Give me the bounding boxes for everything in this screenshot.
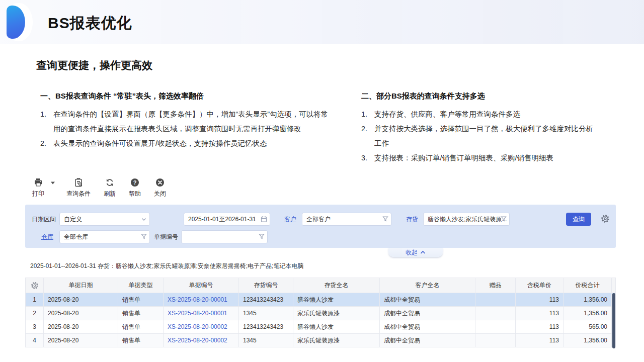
filter-funnel-icon [141, 233, 147, 240]
help-icon: ? [130, 177, 140, 188]
customer-filter-link[interactable]: 客户 [284, 213, 296, 226]
cell-num: 1 [26, 293, 44, 307]
cell-doc[interactable]: XS-2025-08-20-00001 [164, 293, 239, 307]
table-vertical-scrollbar[interactable] [612, 293, 615, 348]
cell-inv_name: 家乐氏罐装原漆 [293, 334, 380, 347]
cell-total: 1,356.00 [564, 307, 612, 320]
table-row[interactable]: 32025-08-20销售单XS-2025-08-20-000021234132… [26, 320, 616, 334]
cell-total: 1,356.00 [564, 334, 612, 347]
date-range-label: 日期区间 [32, 213, 56, 226]
cell-price: 113 [516, 293, 564, 307]
col-header-price[interactable]: 含税单价 [516, 278, 564, 293]
cell-type: 销售单 [118, 320, 164, 334]
refresh-icon [105, 177, 115, 188]
cell-doc[interactable]: XS-2025-08-20-00002 [164, 334, 239, 347]
list-item: 1. 在查询条件的【设置】界面（原【更多条件】）中，增加“表头显示”勾选项，可以… [40, 107, 330, 136]
table-row[interactable]: 42025-08-20销售单XS-2025-08-20-000021345家乐氏… [26, 334, 616, 347]
table-header-row: 单据日期 单据类型 单据编号 存货编号 存货全名 客户全名 赠品 含税单价 价税… [26, 278, 616, 293]
list-number: 2. [40, 136, 53, 151]
cell-date: 2025-08-20 [44, 293, 118, 307]
chevron-down-icon [141, 216, 147, 223]
close-icon [155, 177, 165, 188]
col-header-inv-name[interactable]: 存货全名 [293, 278, 380, 293]
cell-inv_no: 1345 [239, 334, 293, 347]
cell-inv_no: 123413243423 [239, 320, 293, 334]
close-button[interactable]: 关闭 [154, 177, 166, 198]
col-header-date[interactable]: 单据日期 [44, 278, 118, 293]
list-text: 在查询条件的【设置】界面（原【更多条件】）中，增加“表头显示”勾选项，可以将常用… [53, 107, 330, 136]
cell-date: 2025-08-20 [44, 320, 118, 334]
slide-page: BS报表优化 查询更便捷，操作更高效 一、BS报表查询条件 “常驻”表头，筛选效… [0, 0, 644, 362]
list-item: 2. 并支持按大类选择，选择范围一目了然，极大便利了多维度对比分析工作 [361, 122, 594, 151]
cell-cust: 成都中全贸易 [380, 320, 475, 334]
cell-total: 565.00 [564, 320, 612, 334]
list-number: 2. [361, 122, 374, 151]
inventory-filter-link[interactable]: 存货 [406, 213, 418, 226]
col-header-filler [612, 278, 616, 293]
cell-doc[interactable]: XS-2025-08-20-00001 [164, 307, 239, 320]
col-header-type[interactable]: 单据类型 [118, 278, 164, 293]
cell-gift [475, 320, 516, 334]
cell-date: 2025-08-20 [44, 334, 118, 347]
column-settings-gear-icon[interactable] [26, 278, 44, 293]
col-header-doc[interactable]: 单据编号 [164, 278, 239, 293]
calendar-icon [261, 216, 267, 223]
cell-gift [475, 293, 516, 307]
filter-settings-gear-icon[interactable] [601, 214, 610, 223]
cell-num: 3 [26, 320, 44, 334]
list-text: 支持报表：采购订单/销售订单明细表、采购/销售明细表 [374, 151, 594, 165]
date-range-input[interactable]: 2025-01-01至2026-01-31 [184, 213, 270, 226]
list-number: 1. [40, 107, 53, 136]
cell-price: 113 [516, 334, 564, 347]
customer-input[interactable]: 全部客户 [302, 213, 391, 226]
section-left: 一、BS报表查询条件 “常驻”表头，筛选效率翻倍 1. 在查询条件的【设置】界面… [40, 92, 330, 151]
col-header-total[interactable]: 价税合计 [564, 278, 612, 293]
report-app-screenshot: 打印 查询条件 刷新 ? 帮助 [25, 173, 616, 362]
list-number: 1. [361, 107, 374, 122]
col-header-gift[interactable]: 赠品 [475, 278, 516, 293]
list-item: 3. 支持报表：采购订单/销售订单明细表、采购/销售明细表 [361, 151, 594, 165]
report-toolbar: 打印 查询条件 刷新 ? 帮助 [25, 177, 179, 203]
cell-type: 销售单 [118, 334, 164, 347]
filter-funnel-icon [259, 233, 265, 240]
col-header-inv-no[interactable]: 存货编号 [239, 278, 293, 293]
print-label: 打印 [32, 190, 44, 198]
cell-gift [475, 307, 516, 320]
print-dropdown-caret[interactable] [50, 181, 55, 185]
help-label: 帮助 [129, 190, 141, 198]
cell-inv_no: 1345 [239, 307, 293, 320]
warehouse-input[interactable]: 全部仓库 [59, 230, 150, 243]
list-text: 支持存货、供应商、客户等常用查询条件多选 [374, 107, 594, 122]
inventory-input[interactable]: 膳谷懒人沙发;家乐氏罐装原... [423, 213, 510, 226]
list-item: 2. 表头显示的查询条件可设置展开/收起状态，支持按操作员记忆状态 [40, 136, 330, 151]
cell-type: 销售单 [118, 293, 164, 307]
doc-no-input[interactable] [181, 230, 268, 243]
date-range-type-select[interactable]: 自定义 [59, 213, 150, 226]
warehouse-filter-link[interactable]: 仓库 [41, 230, 53, 243]
refresh-button[interactable]: 刷新 [104, 177, 116, 198]
cell-price: 113 [516, 307, 564, 320]
filter-summary-text: 2025-01-01--2026-01-31 存货：膳谷懒人沙发;家乐氏罐装原漆… [30, 262, 303, 270]
list-text: 并支持按大类选择，选择范围一目了然，极大便利了多维度对比分析工作 [374, 122, 594, 151]
query-conditions-button[interactable]: 查询条件 [66, 177, 91, 198]
cell-gift [475, 334, 516, 347]
caret-up-icon [420, 250, 426, 254]
col-header-cust[interactable]: 客户全名 [380, 278, 475, 293]
query-conditions-label: 查询条件 [66, 190, 91, 198]
table-row[interactable]: 22025-08-20销售单XS-2025-08-20-000011345家乐氏… [26, 307, 616, 320]
section-left-heading: 一、BS报表查询条件 “常驻”表头，筛选效率翻倍 [40, 92, 330, 101]
cell-date: 2025-08-20 [44, 307, 118, 320]
slide-subtitle: 查询更便捷，操作更高效 [36, 58, 152, 72]
section-right-heading: 二、部分BS报表的查询条件支持多选 [361, 92, 594, 101]
print-button[interactable]: 打印 [32, 177, 44, 198]
cell-cust: 成都中全贸易 [380, 334, 475, 347]
collapse-label: 收起 [406, 248, 418, 257]
cell-doc[interactable]: XS-2025-08-20-00002 [164, 320, 239, 334]
cell-cust: 成都中全贸易 [380, 293, 475, 307]
collapse-filters-button[interactable]: 收起 [388, 248, 443, 257]
table-row[interactable]: 12025-08-20销售单XS-2025-08-20-000011234132… [26, 293, 616, 307]
cell-price: 113 [516, 320, 564, 334]
filter-funnel-icon [382, 216, 388, 222]
query-button[interactable]: 查询 [566, 213, 591, 226]
help-button[interactable]: ? 帮助 [129, 177, 141, 198]
